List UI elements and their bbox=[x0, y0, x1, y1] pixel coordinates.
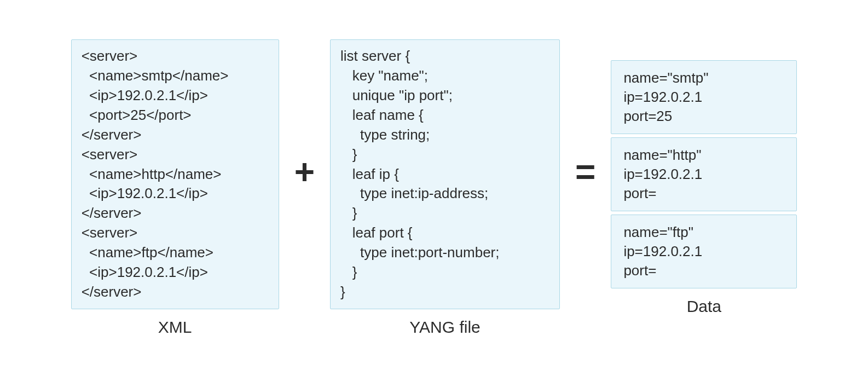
data-column: name="smtp" ip=192.0.2.1 port=25 name="h… bbox=[611, 60, 797, 316]
data-entry-box: name="ftp" ip=192.0.2.1 port= bbox=[611, 215, 797, 288]
yang-column: list server { key "name"; unique "ip por… bbox=[330, 39, 560, 336]
yang-code-box: list server { key "name"; unique "ip por… bbox=[330, 39, 560, 309]
xml-caption: XML bbox=[158, 318, 192, 337]
xml-column: <server> <name>smtp</name> <ip>192.0.2.1… bbox=[71, 39, 279, 336]
xml-code-box: <server> <name>smtp</name> <ip>192.0.2.1… bbox=[71, 39, 279, 309]
data-caption: Data bbox=[687, 297, 721, 316]
plus-operator: + bbox=[294, 154, 315, 189]
data-entry: name="ftp" ip=192.0.2.1 port= bbox=[611, 215, 796, 288]
data-stack: name="smtp" ip=192.0.2.1 port=25 name="h… bbox=[611, 60, 797, 289]
equals-operator: = bbox=[575, 154, 595, 189]
diagram-stage: <server> <name>smtp</name> <ip>192.0.2.1… bbox=[0, 0, 868, 376]
data-entry-box: name="smtp" ip=192.0.2.1 port=25 bbox=[611, 60, 797, 134]
xml-code: <server> <name>smtp</name> <ip>192.0.2.1… bbox=[72, 40, 279, 308]
yang-code: list server { key "name"; unique "ip por… bbox=[331, 40, 559, 308]
yang-caption: YANG file bbox=[409, 318, 480, 337]
data-entry-box: name="http" ip=192.0.2.1 port= bbox=[611, 137, 797, 211]
data-entry: name="http" ip=192.0.2.1 port= bbox=[611, 138, 796, 211]
data-entry: name="smtp" ip=192.0.2.1 port=25 bbox=[611, 61, 796, 134]
